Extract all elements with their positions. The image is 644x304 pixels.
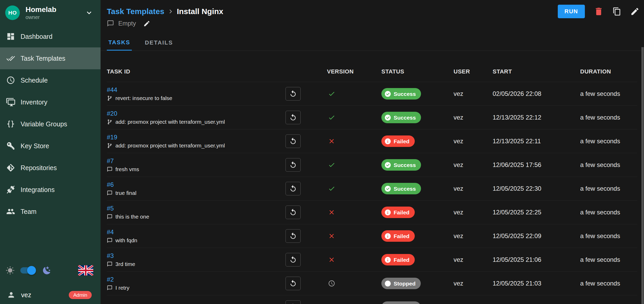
task-duration: a few seconds [580,90,620,97]
status-badge[interactable]: Failed [381,230,415,242]
version-cell [327,256,381,263]
scrollbar[interactable] [641,47,644,304]
rerun-task-button[interactable] [286,277,301,290]
task-user: vez [454,256,463,263]
delete-template-button[interactable] [594,7,604,16]
app-root: { "colors": { "sidebar_bg": "#1e3b33", "… [0,0,644,304]
git-branch-icon [107,95,113,101]
replay-icon [289,280,297,287]
task-message: add: proxmox project with terraform_user… [107,119,276,125]
task-id-link[interactable]: #3 [107,253,114,259]
task-start: 02/05/2026 22:08 [493,90,541,97]
sidebar-item-schedule[interactable]: Schedule [0,69,101,91]
user-cell: vez [454,138,493,145]
start-cell: 12/13/2025 22:11 [493,138,580,145]
task-cell: #44 revert: insecure to false [107,87,276,101]
status-badge[interactable]: Success [381,159,421,171]
action-cell [276,182,327,195]
task-id-link[interactable]: #6 [107,182,114,188]
connection-icon [6,185,15,194]
rerun-task-button[interactable] [286,229,301,243]
main-content: Task Templates Install Nginx RUN Empty T… [101,0,644,304]
action-cell [276,158,327,172]
status-badge[interactable]: Success [381,88,421,100]
task-message-text: I retry [115,285,129,290]
duration-cell: a few seconds [580,232,637,240]
edit-template-button[interactable] [630,7,640,16]
page-header: Task Templates Install Nginx RUN [101,4,644,19]
sidebar-item-repositories[interactable]: Repositories [0,157,101,179]
sidebar-item-inventory[interactable]: Inventory [0,91,101,113]
task-message-text: add: proxmox project with terraform_user… [115,119,225,125]
task-start: 12/13/2025 22:11 [493,138,541,145]
check-circle-icon [384,162,391,169]
status-badge[interactable]: Failed [381,207,415,218]
user-menu[interactable]: vez Admin [0,286,101,304]
trash-icon [594,7,604,16]
task-id-link[interactable]: #44 [107,87,117,93]
copy-template-button[interactable] [612,7,621,16]
task-id-link[interactable]: #4 [107,229,114,235]
dark-mode-toggle[interactable] [20,267,35,274]
sidebar-item-dashboard[interactable]: Dashboard [0,26,101,47]
code-braces-icon [6,120,15,128]
sidebar-item-label: Repositories [21,164,57,172]
sidebar-item-task-templates[interactable]: Task Templates [0,47,101,69]
status-badge[interactable]: Failed [381,254,415,265]
status-badge[interactable]: Success [381,183,421,194]
duration-cell: a few seconds [580,185,637,192]
status-badge[interactable]: Failed [381,135,415,147]
status-label: Stopped [394,281,416,286]
task-id-link[interactable]: #5 [107,205,114,212]
rerun-task-button[interactable] [286,111,301,124]
language-flag-uk[interactable] [78,265,93,276]
table-row: #6 true final Success vez [107,177,637,201]
task-id-link[interactable]: #19 [107,134,117,140]
comment-icon [107,166,113,172]
run-template-button[interactable]: RUN [558,5,585,18]
sidebar-item-integrations[interactable]: Integrations [0,179,101,201]
stop-circle-icon [384,280,391,287]
duration-cell: a few seconds [580,209,637,216]
task-id-link[interactable]: #7 [107,158,114,164]
template-description: Empty [118,20,136,27]
tab-details[interactable]: DETAILS [143,35,175,51]
rerun-task-button[interactable] [286,300,301,304]
column-status: STATUS [381,68,454,75]
monitor-multiple-icon [6,98,15,107]
status-badge[interactable]: Success [381,112,421,123]
comment-icon [107,20,114,27]
key-icon [6,141,15,150]
status-cell: Stopped [381,278,454,289]
sidebar-item-key-store[interactable]: Key Store [0,135,101,157]
action-cell [276,253,327,266]
tab-tasks[interactable]: TASKS [107,35,132,51]
sidebar-nav: Dashboard Task Templates Schedule Invent… [0,26,101,222]
task-cell: #3 3rd time [107,253,276,267]
task-id-link[interactable]: #20 [107,110,117,117]
task-user: vez [454,114,463,121]
info-circle-icon [384,256,391,263]
task-message-text: this is the one [115,214,149,219]
task-message-text: 3rd time [115,261,135,267]
task-cell: #4 with fqdn [107,229,276,243]
sidebar-item-team[interactable]: Team [0,201,101,222]
rerun-task-button[interactable] [286,182,301,195]
edit-description-button[interactable] [143,20,150,27]
task-duration: a few seconds [580,138,620,145]
rerun-task-button[interactable] [286,253,301,266]
version-fail-icon [328,232,335,240]
rerun-task-button[interactable] [286,134,301,148]
status-badge[interactable]: Stopped [381,301,421,304]
rerun-task-button[interactable] [286,158,301,172]
sidebar-item-variable-groups[interactable]: Variable Groups [0,113,101,135]
breadcrumb-parent-link[interactable]: Task Templates [107,7,164,16]
duration-cell: a few seconds [580,280,637,287]
sidebar-item-label: Schedule [21,77,48,84]
sidebar-item-label: Inventory [21,98,47,106]
rerun-task-button[interactable] [286,87,301,101]
project-switcher[interactable]: HO Homelab owner [0,0,101,26]
task-id-link[interactable]: #2 [107,276,114,283]
rerun-task-button[interactable] [286,206,301,219]
status-badge[interactable]: Stopped [381,278,421,289]
